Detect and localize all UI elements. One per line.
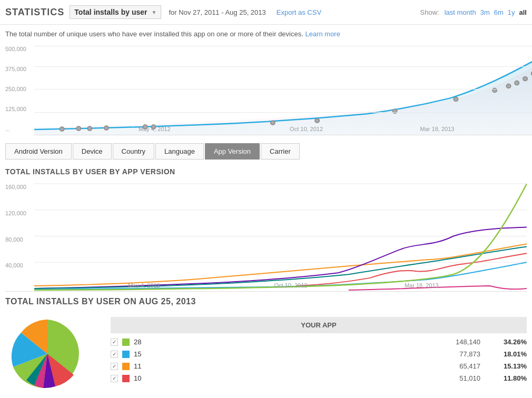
statistics-title: STATISTICS — [5, 7, 64, 18]
tab-carrier[interactable]: Carrier — [261, 143, 300, 160]
table-row: ✓ 11 65,417 15.13% — [111, 360, 527, 372]
y2-label-40k: 40,000 — [5, 262, 34, 268]
category-tabs: Android Version Device Country Language … — [0, 135, 532, 160]
grid-line-4 — [34, 112, 532, 113]
grid-line-2 — [34, 66, 532, 67]
row3-checkbox[interactable]: ✓ — [111, 363, 118, 370]
bottom-section: YOUR APP ✓ 28 148,140 34.26% ✓ 15 77,873… — [0, 312, 532, 397]
row1-pct: 34.26% — [495, 338, 527, 346]
row1-count: 148,140 — [154, 338, 491, 346]
row4-color — [122, 375, 130, 382]
y-label-0: ... — [5, 126, 29, 132]
metric-dropdown[interactable]: Total installs by user ▼ — [70, 5, 161, 19]
svg-point-7 — [315, 118, 319, 123]
svg-point-12 — [515, 81, 519, 85]
row2-color — [122, 351, 130, 358]
row1-checkbox[interactable]: ✓ — [111, 339, 118, 346]
date-marker-may: May 4, 2012 — [139, 126, 171, 132]
row4-version: 10 — [134, 374, 150, 382]
time-last-month[interactable]: last month — [445, 8, 476, 16]
main-chart-area: 500,000 375,000 250,000 125,000 ... — [34, 43, 532, 135]
export-csv-link[interactable]: Export as CSV — [277, 8, 321, 16]
subtitle-text: The total number of unique users who hav… — [5, 30, 303, 38]
section2-title: TOTAL INSTALLS BY USER BY APP VERSION — [0, 160, 532, 181]
table-row: ✓ 10 51,010 11.80% — [111, 372, 527, 384]
svg-point-13 — [523, 77, 527, 81]
tab-android-version[interactable]: Android Version — [5, 143, 72, 160]
time-range-options: last month 3m 6m 1y all — [445, 8, 527, 16]
row3-color — [122, 363, 130, 370]
row2-count: 77,873 — [154, 350, 491, 358]
subtitle-bar: The total number of unique users who hav… — [0, 25, 532, 43]
bottom-section-title: TOTAL INSTALLS BY USER ON AUG 25, 2013 — [0, 292, 532, 312]
pie-chart — [5, 317, 90, 391]
show-label: Show: — [420, 8, 439, 16]
y-label-375k: 375,000 — [5, 66, 29, 72]
main-chart-container: 500,000 375,000 250,000 125,000 ... — [0, 43, 532, 135]
row3-count: 65,417 — [154, 362, 491, 370]
time-1y[interactable]: 1y — [508, 8, 515, 16]
chart2-area: 160,000 120,000 80,000 40,000 — [5, 181, 527, 292]
y2-label-120k: 120,000 — [5, 210, 34, 216]
grid-line-3 — [34, 89, 532, 89]
tab-device[interactable]: Device — [73, 143, 112, 160]
row4-count: 51,010 — [154, 374, 491, 382]
y-label-250k: 250,000 — [5, 86, 29, 92]
table-row: ✓ 15 77,873 18.01% — [111, 348, 527, 360]
row3-version: 11 — [134, 362, 150, 370]
grid-line-1 — [34, 46, 532, 46]
row2-pct: 18.01% — [495, 350, 527, 358]
row4-checkbox[interactable]: ✓ — [111, 375, 118, 382]
time-3m[interactable]: 3m — [480, 8, 490, 16]
learn-more-link[interactable]: Learn more — [305, 30, 340, 38]
tab-country[interactable]: Country — [113, 143, 155, 160]
date2-marker-may: May 4, 2012 — [128, 282, 160, 288]
table-header: YOUR APP — [111, 317, 527, 333]
y2-label-160k: 160,000 — [5, 184, 34, 190]
dropdown-value: Total installs by user — [74, 8, 147, 16]
svg-point-2 — [87, 126, 92, 131]
row4-pct: 11.80% — [495, 374, 527, 382]
svg-point-6 — [271, 121, 275, 125]
row2-version: 15 — [134, 350, 150, 358]
tab-language[interactable]: Language — [155, 143, 204, 160]
time-all[interactable]: all — [519, 8, 527, 16]
table-row: ✓ 28 148,140 34.26% — [111, 336, 527, 348]
page-header: STATISTICS Total installs by user ▼ for … — [0, 0, 532, 25]
row2-checkbox[interactable]: ✓ — [111, 351, 118, 358]
row1-color — [122, 339, 130, 346]
date-range: for Nov 27, 2011 - Aug 25, 2013 — [169, 8, 265, 16]
svg-point-3 — [104, 126, 109, 130]
svg-point-1 — [76, 126, 81, 131]
y2-label-80k: 80,000 — [5, 236, 34, 243]
chart2-svg — [34, 181, 527, 291]
chart2-container: 160,000 120,000 80,000 40,000 — [0, 181, 532, 292]
time-6m[interactable]: 6m — [494, 8, 504, 16]
data-table: YOUR APP ✓ 28 148,140 34.26% ✓ 15 77,873… — [111, 317, 527, 392]
date-marker-mar: Mar 18, 2013 — [420, 126, 455, 132]
tab-app-version[interactable]: App Version — [205, 143, 260, 160]
row1-version: 28 — [134, 338, 150, 346]
y-label-500k: 500,000 — [5, 46, 29, 52]
row3-pct: 15.13% — [495, 362, 527, 370]
svg-point-0 — [60, 127, 64, 131]
pie-section — [5, 317, 100, 392]
svg-point-11 — [506, 84, 510, 88]
date2-marker-oct: Oct 10, 2012 — [274, 282, 307, 288]
date-marker-oct: Oct 10, 2012 — [290, 126, 323, 132]
date2-marker-mar: Mar 18, 2013 — [405, 282, 439, 288]
svg-point-9 — [454, 97, 458, 101]
chevron-down-icon: ▼ — [152, 9, 157, 15]
svg-point-8 — [392, 109, 397, 113]
y-label-125k: 125,000 — [5, 106, 29, 112]
